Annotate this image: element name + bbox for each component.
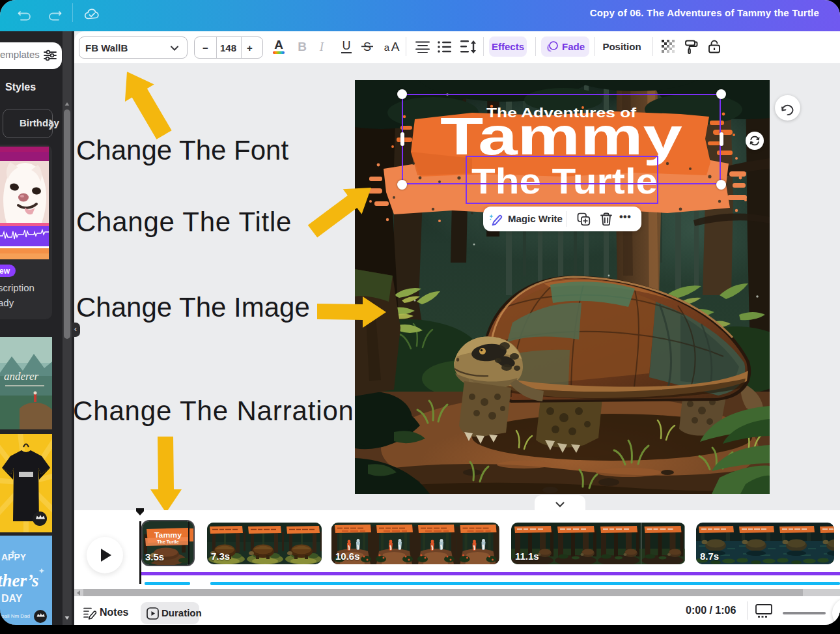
svg-text:oall Nm Dad: oall Nm Dad (1, 613, 30, 619)
svg-text:anderer: anderer (4, 370, 39, 382)
svg-text:The Turtle: The Turtle (157, 540, 178, 544)
svg-text:ther’s: ther’s (0, 571, 39, 590)
svg-text:A: A (274, 38, 283, 51)
svg-text:U: U (343, 39, 351, 52)
svg-text:I: I (319, 40, 325, 53)
svg-text:B: B (298, 40, 307, 53)
svg-text:a: a (384, 42, 390, 53)
svg-text:A: A (391, 40, 400, 53)
svg-text:Tammy: Tammy (154, 531, 182, 539)
svg-text:APPY: APPY (1, 552, 27, 562)
svg-text:DAY: DAY (1, 593, 23, 604)
